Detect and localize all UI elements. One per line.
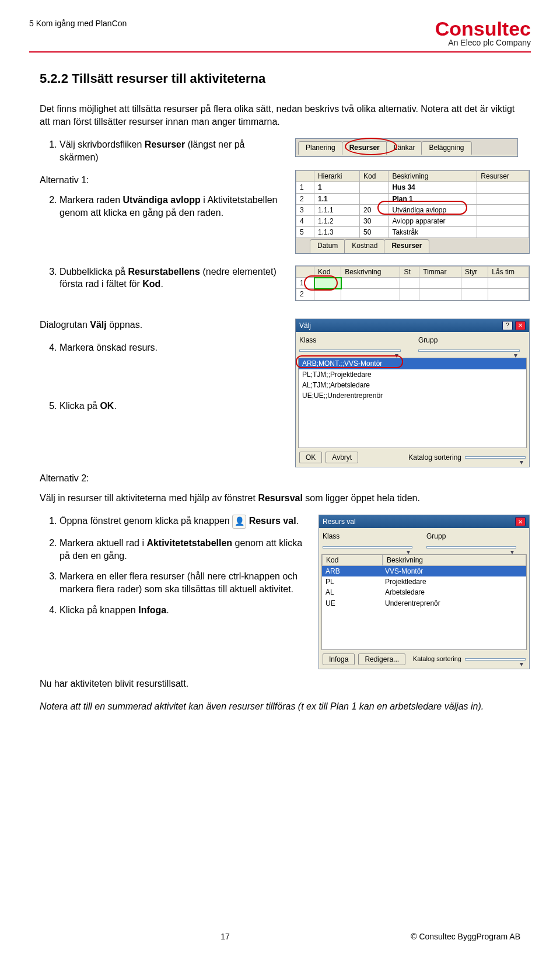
window-title: Resurs val <box>323 517 356 526</box>
list-item-selected[interactable]: ARB;MONT.;;VVS-Montör <box>299 358 526 369</box>
ok-button[interactable]: OK <box>299 452 322 463</box>
alt2-step-3: Markera en eller flera resurser (håll ne… <box>60 570 308 595</box>
alternative-2-label: Alternativ 2: <box>40 472 520 485</box>
subtab-kostnad[interactable]: Kostnad <box>344 239 385 253</box>
redigera-button[interactable]: Redigera... <box>358 654 405 665</box>
grupp-select[interactable] <box>418 350 520 352</box>
screenshot-tabs: Planering Resurser Länkar Beläggning <box>295 138 518 157</box>
label-grupp: Grupp <box>418 336 520 345</box>
list-item[interactable]: UE;UE;;Underentreprenör <box>299 390 526 401</box>
table-row-selected[interactable]: 31.1.120Utvändiga avlopp <box>296 204 529 215</box>
screenshot-resursval-dialog: Resurs val ✕ Klass Grupp <box>318 515 530 669</box>
alternative-1-label: Alternativ 1: <box>40 174 285 187</box>
avbryt-button[interactable]: Avbryt <box>326 452 358 463</box>
list-item-selected[interactable]: ARB VVS-Montör <box>322 566 526 576</box>
logo: Consultec An Eleco plc Company <box>435 19 531 47</box>
step-3: Dubbelklicka på Resurstabellens (nedre e… <box>60 265 285 291</box>
label-katalog: Katalog sortering <box>413 655 461 663</box>
label-klass: Klass <box>299 336 401 345</box>
tab-belaggning[interactable]: Beläggning <box>421 141 471 155</box>
list-item[interactable]: UE Underentreprenör <box>322 598 526 609</box>
section-heading: 5.2.2 Tillsätt resurser till aktiviteter… <box>40 70 520 88</box>
alt2-step-1: Öppna fönstret genom klicka på knappen 👤… <box>60 515 308 529</box>
step-2: Markera raden Utvändiga avlopp i Aktivit… <box>60 194 285 219</box>
screenshot-activity-table: Hierarki Kod Beskrivning Resurser 11Hus … <box>295 170 530 253</box>
copyright: © Consultec ByggProgram AB <box>411 932 520 941</box>
logo-sub: An Eleco plc Company <box>435 39 531 47</box>
infoga-button[interactable]: Infoga <box>323 654 355 665</box>
logo-main: Consultec <box>435 19 531 40</box>
subtab-datum[interactable]: Datum <box>310 239 345 253</box>
list-item[interactable]: PL Projektledare <box>322 576 526 587</box>
list-item[interactable]: AL;TJM;;Arbetsledare <box>299 380 526 390</box>
resurs-val-icon[interactable]: 👤 <box>232 515 246 529</box>
subtab-resurser[interactable]: Resurser <box>384 239 429 253</box>
label-klass: Klass <box>323 532 412 541</box>
tab-planering[interactable]: Planering <box>298 141 343 155</box>
screenshot-resource-table: Kod Beskrivning St Timmar Styr Lås tim 1… <box>295 265 530 301</box>
label-katalog: Katalog sortering <box>408 453 461 462</box>
col-kod: Kod <box>322 555 383 565</box>
col-beskrivning: Beskrivning <box>383 555 526 565</box>
katalog-select[interactable] <box>465 658 526 661</box>
window-title: Välj <box>299 321 311 330</box>
tab-resurser[interactable]: Resurser <box>342 141 387 155</box>
tab-lankar[interactable]: Länkar <box>386 141 423 155</box>
intro-paragraph: Det finns möjlighet att tillsätta resurs… <box>40 103 520 128</box>
step-4: Markera önskad resurs. <box>60 341 285 354</box>
step-5: Klicka på OK. <box>60 400 285 413</box>
alt2-intro: Välj in resurser till aktiviteterna med … <box>40 492 520 505</box>
alt2-step-4: Klicka på knappen Infoga. <box>60 604 308 617</box>
list-item[interactable]: AL Arbetsledare <box>322 587 526 597</box>
close-button[interactable]: ✕ <box>515 517 526 526</box>
label-grupp: Grupp <box>426 532 516 541</box>
list-item[interactable]: PL;TJM;;Projektledare <box>299 369 526 380</box>
table-row[interactable]: 41.1.230Avlopp apparater <box>296 216 529 227</box>
help-button[interactable]: ? <box>502 321 513 330</box>
table-row[interactable]: 11Hus 34 <box>296 182 529 193</box>
table-row[interactable]: 21.1Plan 1 <box>296 193 529 204</box>
note-paragraph: Notera att till en summerad aktivitet ka… <box>40 700 520 713</box>
klass-select[interactable] <box>299 350 401 352</box>
table-row[interactable]: 51.1.350Takstråk <box>296 227 529 238</box>
header-breadcrumb: 5 Kom igång med PlanCon <box>29 19 127 28</box>
klass-select[interactable] <box>323 546 412 548</box>
screenshot-valj-dialog: Välj ? ✕ Klass Grupp <box>295 319 530 467</box>
closing-line: Nu har aktiviteten blivit resurstillsatt… <box>40 677 520 690</box>
page-number: 17 <box>220 932 230 941</box>
header-rule <box>29 51 531 53</box>
table-row[interactable]: 2 <box>296 289 529 300</box>
step-1: Välj skrivbordsfliken Resurser (längst n… <box>60 138 285 163</box>
dialog-open-line: Dialogrutan Välj öppnas. <box>40 319 285 331</box>
table-row[interactable]: 1 <box>296 278 529 289</box>
alt2-step-2: Markera aktuell rad i Aktivitetetstabell… <box>60 537 308 562</box>
close-button[interactable]: ✕ <box>515 321 526 330</box>
katalog-select[interactable] <box>465 456 526 459</box>
grupp-select[interactable] <box>426 546 516 548</box>
